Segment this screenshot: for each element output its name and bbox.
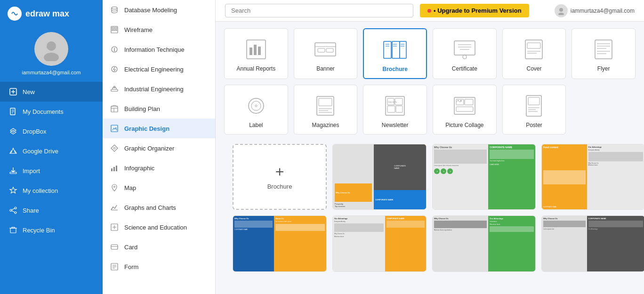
template-card-brochure[interactable]: Brochure (363, 28, 427, 79)
middle-item-electrical-engineering[interactable]: Electrical Engineering (103, 59, 215, 79)
sidebar-navigation: New My Documents DropBox (0, 82, 103, 294)
import-icon (8, 166, 18, 175)
svg-point-30 (559, 8, 563, 12)
svg-point-9 (112, 7, 117, 9)
middle-item-graphic-organizer-label: Graphic Organizer (124, 145, 174, 152)
user-profile-section: iammurtaza4@gmail.com (0, 27, 103, 82)
upgrade-button[interactable]: • Upgrade to Premium Version (420, 4, 529, 17)
middle-item-information-technique[interactable]: Information Technique (103, 40, 215, 59)
middle-item-card[interactable]: Card (103, 237, 215, 257)
brochure-template-5[interactable]: Why Choose Us CORPORATE NAME About Us Ou… (233, 215, 327, 272)
template-card-annual-reports[interactable]: Annual Reports (224, 28, 288, 79)
dropbox-icon (8, 127, 18, 136)
middle-item-map-label: Map (124, 184, 136, 191)
wireframe-icon (109, 24, 120, 35)
sidebar-item-recycle-bin-label: Recycle Bin (23, 227, 55, 234)
template-card-poster[interactable]: Poster (502, 85, 566, 135)
sidebar-item-new[interactable]: New (0, 82, 103, 102)
middle-item-wireframe[interactable]: Wireframe (103, 20, 215, 40)
map-icon (109, 183, 120, 193)
brochure-template-2[interactable]: Why Choose Us Lorem ipsum dolor sit amet… (432, 144, 536, 210)
brochure-templates-grid-row2: Why Choose Us CORPORATE NAME About Us Ou… (233, 215, 627, 272)
poster-label: Poster (526, 122, 542, 128)
svg-rect-23 (113, 167, 115, 171)
sidebar-item-recycle-bin[interactable]: Recycle Bin (0, 220, 103, 240)
upgrade-dot (427, 9, 431, 13)
sidebar-item-import[interactable]: Import (0, 161, 103, 181)
brochure-mock-7: Why Choose Us Minimize future expectatio… (433, 216, 535, 271)
middle-item-graphs-and-charts[interactable]: Graphs and Charts (103, 198, 215, 217)
svg-rect-13 (112, 30, 117, 31)
card-icon (109, 242, 120, 252)
template-card-certificate[interactable]: Certificate (433, 28, 497, 79)
sidebar-item-my-collection[interactable]: My collection (0, 181, 103, 200)
magazines-card-icon (311, 94, 339, 118)
brochure-mock-5: Why Choose Us CORPORATE NAME About Us Ou… (233, 216, 326, 271)
picture-collage-label: Picture Collage (445, 122, 483, 128)
brochure-templates-grid: + Brochure Why Choose Us ProsperityTop s… (233, 144, 627, 210)
brochure-template-7[interactable]: Why Choose Us Minimize future expectatio… (432, 215, 536, 272)
middle-panel: Database Modeling Wireframe Information … (103, 0, 216, 294)
svg-rect-33 (250, 48, 252, 55)
template-card-label[interactable]: Label (224, 85, 288, 135)
middle-item-graphic-organizer[interactable]: Graphic Organizer (103, 138, 215, 158)
certificate-label: Certificate (452, 65, 477, 72)
middle-item-graphic-design[interactable]: Graphic Design (103, 119, 215, 138)
template-card-cover[interactable]: Cover (502, 28, 566, 79)
svg-rect-24 (116, 166, 117, 171)
brochure-templates-section: + Brochure Why Choose Us ProsperityTop s… (224, 144, 636, 280)
middle-item-building-plan[interactable]: Building Plan (103, 99, 215, 119)
search-input[interactable] (225, 4, 413, 17)
svg-rect-46 (595, 40, 612, 59)
brochure-plus-icon: + (275, 164, 284, 179)
svg-rect-16 (111, 89, 118, 91)
brochure-template-1[interactable]: Why Choose Us ProsperityTop services COR… (332, 144, 427, 210)
svg-point-7 (15, 212, 16, 214)
template-card-magazines[interactable]: Magazines (294, 85, 358, 135)
picture-collage-card-icon (451, 94, 479, 118)
template-grid: Annual Reports Banner (224, 28, 636, 135)
new-icon (8, 87, 18, 96)
middle-item-industrial-engineering[interactable]: Industrial Engineering (103, 79, 215, 99)
user-email-top: iammurtaza4@gmail.com (571, 8, 635, 14)
brochure-card-icon (381, 38, 409, 62)
brochure-template-3[interactable]: Food content CORPORATE NAME Our Advantag… (541, 144, 644, 210)
middle-item-infographic[interactable]: Infographic (103, 158, 215, 178)
middle-item-science-and-education-label: Science and Education (124, 224, 187, 231)
template-card-flyer[interactable]: Flyer (572, 28, 636, 79)
graphic-organizer-icon (109, 143, 120, 153)
svg-rect-12 (115, 27, 117, 29)
newsletter-card-icon: NEWS (381, 94, 409, 118)
middle-item-form[interactable]: Form (103, 257, 215, 277)
middle-item-wireframe-label: Wireframe (124, 26, 153, 33)
label-card-icon (242, 94, 270, 118)
user-info-section: iammurtaza4@gmail.com (555, 4, 635, 17)
cover-label: Cover (526, 65, 541, 72)
svg-rect-36 (315, 43, 336, 56)
brochure-template-6[interactable]: Our Advantage Enterprise Activity Why Ch… (332, 215, 427, 272)
svg-point-5 (15, 207, 16, 209)
svg-rect-42 (454, 41, 475, 55)
sidebar-item-google-drive[interactable]: Google Drive (0, 141, 103, 161)
sidebar-item-my-documents[interactable]: My Documents (0, 102, 103, 121)
middle-item-database-modeling-label: Database Modeling (124, 7, 177, 14)
industrial-engineering-icon (109, 84, 120, 94)
sidebar-item-share-label: Share (23, 207, 39, 214)
brochure-new-label: Brochure (267, 183, 292, 190)
middle-item-database-modeling[interactable]: Database Modeling (103, 0, 215, 20)
sidebar-item-dropbox[interactable]: DropBox (0, 121, 103, 141)
brochure-new-card[interactable]: + Brochure (233, 144, 327, 210)
sidebar-item-share[interactable]: Share (0, 200, 103, 220)
svg-text:NEWS: NEWS (388, 101, 397, 103)
middle-item-map[interactable]: Map (103, 178, 215, 198)
brochure-template-8[interactable]: Why Choose Us Lorem ipsum text CORPORATE… (541, 215, 644, 272)
template-card-picture-collage[interactable]: Picture Collage (433, 85, 497, 135)
share-icon (8, 206, 18, 215)
template-card-banner[interactable]: Banner (294, 28, 358, 79)
svg-point-25 (114, 186, 115, 188)
user-avatar-small (555, 4, 568, 17)
middle-item-science-and-education[interactable]: Science and Education (103, 217, 215, 237)
template-card-newsletter[interactable]: NEWS Newsletter (363, 85, 427, 135)
svg-rect-28 (111, 245, 118, 249)
sidebar-item-import-label: Import (23, 167, 40, 175)
